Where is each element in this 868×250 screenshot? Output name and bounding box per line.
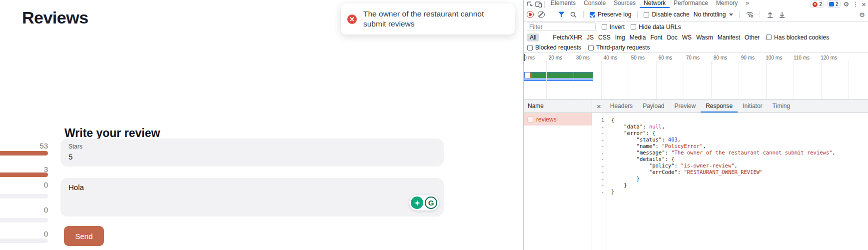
- has-blocked-cookies-checkbox[interactable]: Has blocked cookies: [766, 34, 829, 41]
- review-textarea[interactable]: Hola G: [60, 178, 444, 216]
- network-timeline-overview[interactable]: 10 ms20 ms30 ms40 ms50 ms60 ms70 ms80 ms…: [524, 53, 868, 100]
- network-settings-gear-icon[interactable]: ⚙: [859, 12, 865, 18]
- record-network-log-icon[interactable]: [527, 11, 534, 18]
- type-filter-other[interactable]: Other: [745, 34, 760, 41]
- kebab-menu-icon[interactable]: ⋮: [852, 1, 859, 8]
- request-filters-row: Blocked requests Third-party requests: [524, 42, 868, 53]
- gutter-line-number: -: [592, 182, 604, 188]
- third-party-requests-checkbox[interactable]: Third-party requests: [588, 44, 650, 51]
- blocked-requests-checkbox[interactable]: Blocked requests: [527, 44, 581, 51]
- code-line: "error": {: [611, 130, 836, 136]
- code-line: }: [611, 176, 836, 182]
- settings-gear-icon[interactable]: ⚙: [844, 1, 850, 8]
- code-token: :: [665, 150, 671, 156]
- grammarly-widget[interactable]: G: [409, 195, 439, 210]
- grammarly-suggestion-icon[interactable]: [411, 196, 423, 209]
- console-errors-badge[interactable]: ✕ 2: [811, 0, 824, 8]
- clear-network-log-icon[interactable]: [538, 11, 545, 18]
- tab-console[interactable]: Console: [580, 0, 610, 8]
- checkbox-checked-icon: [590, 12, 595, 18]
- filter-input[interactable]: [527, 22, 596, 31]
- network-conditions-icon[interactable]: [746, 11, 754, 18]
- preserve-log-checkbox[interactable]: Preserve log: [590, 11, 631, 18]
- grammarly-logo-icon[interactable]: G: [425, 196, 437, 209]
- type-filter-media[interactable]: Media: [630, 34, 646, 41]
- type-filter-css[interactable]: CSS: [598, 34, 611, 41]
- timeline-tick-label: 110 ms: [788, 55, 810, 60]
- type-filter-fetch-xhr[interactable]: Fetch/XHR: [553, 34, 582, 41]
- rating-bar: [0, 172, 48, 177]
- more-tabs-icon[interactable]: »: [742, 0, 753, 8]
- message-count: 2: [836, 2, 839, 7]
- code-token: "error": [624, 130, 646, 136]
- throttling-dropdown[interactable]: No throttling: [694, 11, 734, 18]
- close-devtools-icon[interactable]: ×: [862, 0, 866, 8]
- requests-name-column: Name reviews: [524, 100, 592, 250]
- invert-checkbox[interactable]: Invert: [602, 24, 625, 30]
- gutter-line-number: -: [592, 169, 604, 176]
- error-x-icon: ✕: [347, 14, 357, 24]
- close-detail-icon[interactable]: ×: [597, 102, 601, 110]
- code-token: "status": [637, 136, 662, 142]
- hide-data-urls-checkbox[interactable]: Hide data URLs: [631, 24, 681, 30]
- inspect-element-icon[interactable]: [526, 1, 534, 8]
- code-token: "is-owner-review": [681, 162, 734, 168]
- page-title: Reviews: [22, 8, 88, 28]
- detail-tab-payload[interactable]: Payload: [638, 100, 669, 112]
- error-count-icon: ✕: [813, 2, 818, 7]
- console-messages-badge[interactable]: 2: [827, 0, 841, 8]
- import-har-icon[interactable]: [766, 11, 774, 18]
- tab-performance[interactable]: Performance: [670, 0, 712, 8]
- name-column-header[interactable]: Name: [524, 100, 592, 113]
- code-token: :: [643, 124, 649, 130]
- type-filter-img[interactable]: Img: [615, 34, 625, 41]
- type-filter-wasm[interactable]: Wasm: [696, 34, 713, 41]
- checkbox-icon: [766, 34, 772, 40]
- type-filter-ws[interactable]: WS: [682, 34, 692, 41]
- code-token: [611, 169, 649, 175]
- filter-funnel-icon[interactable]: [557, 11, 565, 18]
- divider: [583, 11, 584, 18]
- type-filter-all[interactable]: All: [527, 34, 539, 42]
- rating-bar: [0, 238, 48, 243]
- detail-tab-response[interactable]: Response: [701, 100, 738, 112]
- tab-network[interactable]: Network: [640, 0, 670, 8]
- device-toolbar-icon[interactable]: [534, 1, 542, 8]
- timeline-gridline: [601, 61, 602, 99]
- detail-tab-initiator[interactable]: Initiator: [738, 100, 767, 112]
- detail-tab-headers[interactable]: Headers: [605, 100, 638, 112]
- timeline-tick-label: 90 ms: [733, 55, 755, 60]
- divider: [544, 1, 545, 8]
- code-token: "The owner of the restaurant cannot subm…: [671, 150, 832, 156]
- invert-label: Invert: [610, 24, 625, 30]
- code-line: "name": "PolicyError",: [611, 143, 836, 150]
- request-file-icon: [527, 116, 533, 122]
- detail-tab-preview[interactable]: Preview: [670, 100, 701, 112]
- error-toast[interactable]: ✕ The owner of the restaurant cannot sub…: [341, 4, 515, 34]
- waterfall-waiting-segment: [525, 72, 530, 78]
- type-filter-js[interactable]: JS: [587, 34, 594, 41]
- checkbox-icon: [631, 24, 636, 30]
- code-token: ,: [662, 124, 665, 130]
- request-row-reviews[interactable]: reviews: [524, 113, 592, 126]
- rating-bar: [0, 194, 48, 198]
- disable-cache-checkbox[interactable]: Disable cache: [644, 11, 689, 18]
- detail-tab-timing[interactable]: Timing: [768, 100, 796, 112]
- code-token: }: [611, 188, 614, 194]
- timeline-gridline: [684, 61, 684, 99]
- tab-sources[interactable]: Sources: [610, 0, 640, 8]
- tab-memory[interactable]: Memory: [712, 0, 742, 8]
- search-icon[interactable]: [569, 11, 577, 18]
- stars-field[interactable]: Stars 5: [60, 138, 444, 166]
- type-filter-doc[interactable]: Doc: [667, 34, 677, 41]
- gutter-line-number: -: [592, 130, 604, 136]
- response-viewer[interactable]: 1----------- { "data": null, "error": { …: [592, 113, 868, 250]
- request-waterfall-bar[interactable]: [524, 72, 593, 78]
- type-filter-font[interactable]: Font: [650, 34, 662, 41]
- export-har-icon[interactable]: [778, 11, 786, 18]
- type-filter-manifest[interactable]: Manifest: [718, 34, 740, 41]
- send-button[interactable]: Send: [64, 226, 104, 246]
- timeline-gridline: [849, 61, 849, 99]
- tab-elements[interactable]: Elements: [547, 0, 580, 8]
- code-line: "status": 403,: [611, 136, 836, 143]
